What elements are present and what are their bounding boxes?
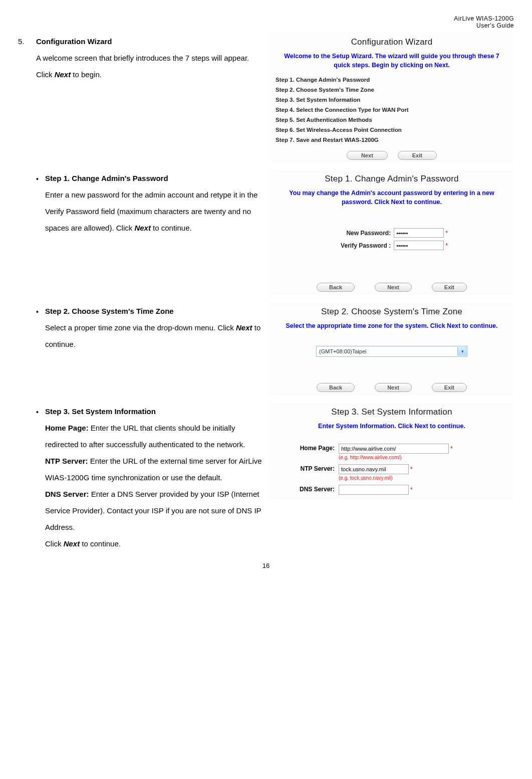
step3-panel: Step 3. Set System Information Enter Sys… [270,403,514,500]
ntp-server-hint: (e.g. tock.usno.navy.mil) [339,474,494,481]
wizard-intro-panel: Configuration Wizard Welcome to the Setu… [270,33,514,162]
step-item: Step 3. Set System Information [276,95,508,105]
exit-button[interactable]: Exit [398,151,437,160]
panel-subtitle: You may change the Admin's account passw… [270,186,514,212]
step1-text: • Step 1. Change Admin's Password Enter … [36,170,263,236]
panel-title: Step 3. Set System Information [270,403,514,419]
back-button[interactable]: Back [317,383,355,392]
wizard-steps-list: Step 1. Change Admin's Password Step 2. … [270,75,514,149]
next-button[interactable]: Next [375,283,412,292]
ntp-server-label: NTP Server: [290,464,339,472]
dns-server-input[interactable] [339,485,409,495]
step-item: Step 7. Save and Restart WIAS-1200G [276,135,508,145]
next-button[interactable]: Next [347,151,388,160]
panel-subtitle: Select the appropriate time zone for the… [270,319,514,336]
required-asterisk: * [409,486,413,493]
section-body: A welcome screen that briefly introduces… [36,50,263,83]
step-item: Step 4. Select the Connection Type for W… [276,105,508,115]
step3-ntp: NTP Server: Enter the URL of the externa… [45,453,263,486]
panel-subtitle: Welcome to the Setup Wizard. The wizard … [270,49,514,75]
verify-password-input[interactable] [394,241,444,250]
step-item: Step 2. Choose System's Time Zone [276,85,508,95]
timezone-value: (GMT+08:00)Taipei [317,348,457,354]
step3-text: • Step 3. Set System Information Home Pa… [36,403,263,552]
back-button[interactable]: Back [317,283,355,292]
step1-body: Enter a new password for the admin accou… [45,186,263,236]
panel-title: Step 1. Change Admin's Password [270,170,514,186]
step1-heading: Step 1. Change Admin's Password [45,170,263,186]
dns-server-label: DNS Server: [290,485,339,493]
ntp-server-input[interactable] [339,464,409,474]
step-item: Step 5. Set Authentication Methods [276,115,508,125]
timezone-select[interactable]: (GMT+08:00)Taipei ▾ [316,346,467,357]
new-password-input[interactable] [394,228,444,238]
section-title: Configuration Wizard [36,33,263,50]
panel-subtitle: Enter System Information. Click Next to … [270,419,514,436]
panel-title: Step 2. Choose System's Time Zone [270,303,514,319]
doc-header: AirLive WIAS-1200G User's Guide [18,15,514,29]
panel-title: Configuration Wizard [270,33,514,49]
step2-panel: Step 2. Choose System's Time Zone Select… [270,303,514,395]
step3-heading: Step 3. Set System Information [45,403,263,420]
step3-homepage: Home Page: Enter the URL that clients sh… [45,420,263,453]
step-item: Step 1. Change Admin's Password [276,75,508,85]
exit-button[interactable]: Exit [432,383,467,392]
step-item: Step 6. Set Wireless-Access Point Connec… [276,125,508,135]
home-page-label: Home Page: [290,444,339,452]
home-page-hint: (e.g. http://www.airlive.com/) [339,454,494,460]
home-page-input[interactable] [339,444,449,454]
required-asterisk: * [444,242,448,249]
next-button[interactable]: Next [375,383,412,392]
verify-password-label: Verify Password : [336,242,394,249]
chevron-down-icon: ▾ [457,347,467,356]
section-number: 5. [18,33,36,83]
section-5: 5. Configuration Wizard A welcome screen… [18,33,263,83]
required-asterisk: * [449,445,453,452]
required-asterisk: * [444,230,448,237]
doc-title: User's Guide [18,22,514,29]
step1-panel: Step 1. Change Admin's Password You may … [270,170,514,295]
exit-button[interactable]: Exit [432,283,467,292]
step3-continue: Click Next to continue. [45,535,263,552]
product-name: AirLive WIAS-1200G [18,15,514,22]
step3-dns: DNS Server: Enter a DNS Server provided … [45,486,263,535]
required-asterisk: * [409,466,413,473]
step2-body: Select a proper time zone via the drop-d… [45,319,263,352]
page-number: 16 [18,562,514,569]
step2-text: • Step 2. Choose System's Time Zone Sele… [36,303,263,352]
new-password-label: New Password: [336,230,394,237]
step2-heading: Step 2. Choose System's Time Zone [45,303,263,319]
